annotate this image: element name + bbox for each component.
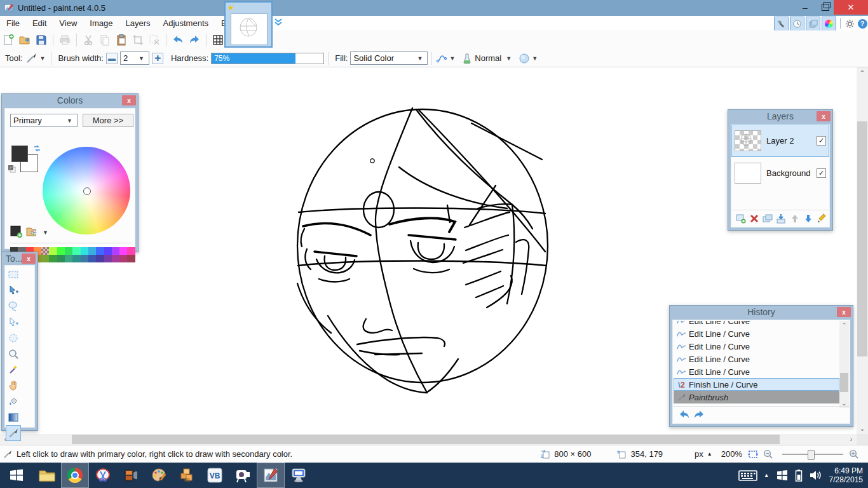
colors-window[interactable]: Colors x Primary▼ More >> ▼: [1, 93, 139, 252]
scroll-up-icon[interactable]: ⌃: [857, 67, 868, 78]
tool-gradient[interactable]: [6, 409, 21, 425]
palette-swatch[interactable]: [41, 255, 49, 262]
help-button[interactable]: ?: [856, 17, 868, 30]
tool-move-selection[interactable]: [6, 314, 21, 330]
settings-button[interactable]: [843, 17, 856, 30]
history-item[interactable]: Edit Line / Curve: [674, 340, 839, 353]
tool-zoom[interactable]: [6, 346, 21, 362]
redo-button[interactable]: [187, 32, 202, 48]
background-visible-checkbox[interactable]: ✓: [817, 168, 826, 178]
start-button[interactable]: [0, 463, 33, 488]
color-mode-select[interactable]: Primary▼: [10, 114, 78, 127]
menu-view[interactable]: View: [53, 17, 83, 30]
tools-window-titlebar[interactable]: To... x: [2, 252, 37, 265]
palette-swatch[interactable]: [49, 255, 57, 262]
history-close-icon[interactable]: x: [837, 307, 851, 317]
tool-rectangle-select[interactable]: [6, 266, 21, 282]
blend-mode-value[interactable]: Normal: [475, 53, 501, 63]
palette-swatch[interactable]: [112, 255, 119, 262]
palette-swatch[interactable]: [119, 247, 127, 255]
pixel-grid-button[interactable]: [210, 32, 226, 48]
taskbar-chrome[interactable]: [61, 463, 89, 488]
cut-button[interactable]: [81, 32, 96, 48]
tool-magic-wand[interactable]: [6, 362, 21, 377]
touch-keyboard-icon[interactable]: [738, 469, 757, 482]
palette-menu-caret[interactable]: ▼: [43, 229, 48, 236]
zoom-out-button[interactable]: [763, 449, 773, 459]
taskbar-camera[interactable]: [229, 463, 257, 488]
zoom-to-window-button[interactable]: [747, 449, 759, 459]
minimize-button[interactable]: –: [796, 0, 815, 15]
palette-swatch[interactable]: [119, 255, 127, 262]
swap-colors-icon[interactable]: [33, 144, 41, 152]
taskbar-clock[interactable]: 6:49 PM 7/28/2015: [829, 466, 863, 484]
layers-window-titlebar[interactable]: Layers x: [728, 110, 832, 123]
history-scrollbar[interactable]: ⌃ ⌄: [839, 321, 849, 408]
layers-window[interactable]: Layers x Layer 2 ✓ Background ✓: [728, 109, 833, 231]
delete-layer-button[interactable]: [749, 212, 760, 225]
antialiasing-caret[interactable]: ▼: [532, 55, 538, 62]
menu-image[interactable]: Image: [83, 17, 119, 30]
history-undo-button[interactable]: [678, 409, 691, 421]
hardness-slider[interactable]: 75%: [211, 53, 324, 64]
blend-mode-caret[interactable]: ▼: [506, 55, 512, 62]
taskbar-remote-desktop[interactable]: [285, 463, 313, 488]
zoom-in-button[interactable]: [848, 449, 859, 459]
tools-window-toggle[interactable]: [774, 17, 789, 31]
taskbar-paintdotnet[interactable]: [257, 463, 285, 488]
add-layer-button[interactable]: [735, 212, 747, 225]
palette-swatch[interactable]: [57, 255, 65, 262]
tools-window[interactable]: To... x T 2: [1, 252, 38, 431]
undo-button[interactable]: [170, 32, 186, 48]
palette-swatch[interactable]: [112, 247, 119, 255]
current-tool-icon[interactable]: [25, 52, 37, 65]
tool-dropdown-caret[interactable]: ▼: [39, 55, 45, 62]
palette-swatch[interactable]: [96, 247, 104, 255]
vertical-scrollbar[interactable]: ⌃ ⌄: [857, 67, 868, 434]
brush-width-select[interactable]: 2▼: [120, 51, 149, 65]
paste-button[interactable]: [114, 32, 129, 48]
taskbar-visual-basic[interactable]: VB: [201, 463, 229, 488]
close-button[interactable]: ✕: [834, 0, 868, 15]
tool-paint-bucket[interactable]: [6, 393, 21, 409]
open-button[interactable]: [17, 32, 32, 48]
horizontal-scrollbar[interactable]: ‹ ›: [0, 434, 857, 445]
move-layer-up-button[interactable]: [789, 212, 801, 225]
history-window[interactable]: History x Edit Line / CurveEdit Line / C…: [669, 305, 853, 427]
primary-color-swatch[interactable]: [11, 146, 28, 162]
palette-swatch[interactable]: [57, 247, 65, 255]
menu-layers[interactable]: Layers: [119, 17, 156, 30]
duplicate-layer-button[interactable]: [762, 212, 773, 225]
palette-swatch[interactable]: [49, 247, 57, 255]
palette-swatch[interactable]: [72, 255, 80, 262]
palette-swatch[interactable]: [65, 247, 72, 255]
scroll-right-icon[interactable]: ›: [846, 434, 857, 445]
color-wheel-marker[interactable]: [83, 187, 91, 195]
units-select[interactable]: px▲: [695, 449, 712, 459]
history-window-toggle[interactable]: [790, 17, 804, 31]
history-item[interactable]: Edit Line / Curve: [674, 365, 839, 378]
copy-button[interactable]: [97, 32, 112, 48]
merge-down-button[interactable]: [775, 212, 787, 225]
palette-swatch[interactable]: [65, 255, 72, 262]
taskbar-vb-setup[interactable]: VB: [173, 463, 201, 488]
vertical-scroll-thumb[interactable]: [857, 121, 867, 356]
smoothing-icon[interactable]: [436, 53, 447, 64]
palette-menu-button[interactable]: [25, 226, 38, 238]
print-button[interactable]: [57, 32, 72, 48]
new-button[interactable]: [1, 32, 16, 48]
layers-window-toggle[interactable]: [806, 17, 820, 31]
palette-swatch[interactable]: [88, 255, 96, 262]
tool-ellipse-select[interactable]: [6, 330, 21, 346]
scroll-down-icon[interactable]: ⌄: [857, 423, 868, 434]
history-item[interactable]: Edit Line / Curve: [674, 353, 839, 365]
move-layer-down-button[interactable]: [803, 212, 814, 225]
battery-icon[interactable]: [795, 469, 803, 482]
taskbar-movie-maker[interactable]: [117, 463, 145, 488]
fill-style-select[interactable]: Solid Color▼: [350, 51, 428, 65]
add-color-button[interactable]: [10, 226, 23, 238]
restore-button[interactable]: [816, 0, 835, 15]
image-list-chevron-icon[interactable]: [274, 17, 283, 26]
deselect-button[interactable]: [147, 32, 162, 48]
crop-button[interactable]: [130, 32, 146, 48]
